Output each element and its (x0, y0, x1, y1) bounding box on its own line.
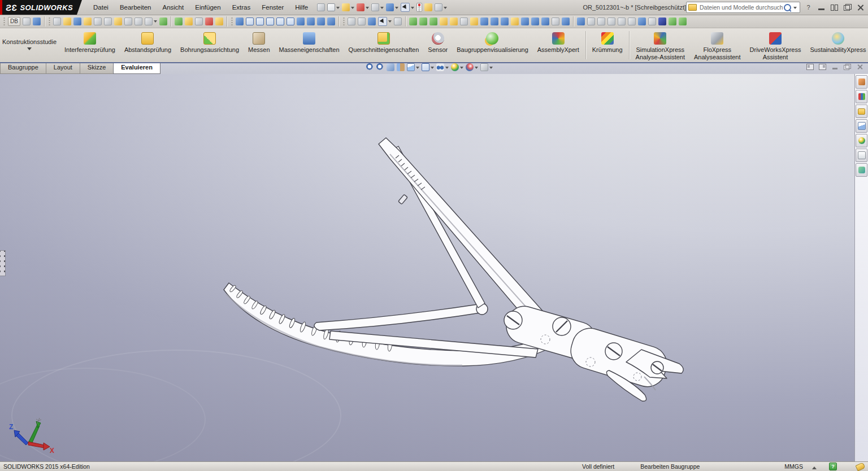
Bearbeiten[interactable]: Bearbeiten (114, 1, 157, 15)
print-icon[interactable] (371, 3, 379, 11)
view-dimetric-icon[interactable] (307, 18, 315, 25)
Ansicht[interactable]: Ansicht (157, 1, 190, 15)
compare-icon[interactable] (205, 18, 213, 25)
view-settings-icon[interactable] (466, 63, 474, 71)
view-trimetric-icon[interactable] (317, 18, 325, 25)
design-library-tab[interactable] (856, 90, 867, 103)
pane-left-icon[interactable] (806, 64, 814, 70)
restore-button[interactable] (843, 4, 852, 11)
open-icon[interactable] (342, 3, 350, 11)
interferenzpruefung-button[interactable]: Interferenzprüfung (60, 28, 120, 62)
featuremanager-collapsed-handle[interactable] (0, 250, 6, 276)
caret-icon[interactable] (431, 67, 434, 71)
camera-icon[interactable] (480, 63, 488, 71)
doc-restore-button[interactable] (844, 64, 851, 70)
hole-align-tool-icon[interactable] (597, 18, 605, 25)
target-icon[interactable] (521, 18, 529, 25)
mirror-icon[interactable] (145, 18, 153, 25)
ground2-icon[interactable] (679, 18, 687, 25)
caret-icon[interactable] (445, 67, 449, 71)
snapshot-icon[interactable] (648, 18, 656, 25)
quick-tips-icon[interactable]: ? (829, 463, 837, 470)
smart-fastener-icon[interactable] (409, 18, 417, 25)
ribbon-separator[interactable] (629, 31, 630, 59)
arrow-tool-icon[interactable] (552, 18, 559, 25)
tab-evaluieren[interactable]: Evaluieren (113, 62, 160, 74)
ribbon-separator[interactable] (585, 31, 586, 59)
zoom-fit-icon[interactable] (366, 63, 374, 71)
tab-layout[interactable]: Layout (46, 62, 80, 74)
floxpress-button[interactable]: FloXpress Analyseassistent (689, 28, 745, 62)
caret-icon[interactable] (411, 7, 414, 11)
chain-pattern-icon[interactable] (618, 18, 626, 25)
performance-icon[interactable] (94, 18, 102, 25)
minimize-button[interactable] (817, 4, 826, 11)
caret-icon[interactable] (444, 7, 447, 11)
pause-button[interactable] (830, 4, 839, 11)
anchor-view-icon[interactable] (236, 18, 244, 25)
toolbar-separator[interactable] (227, 16, 227, 27)
previous-view-icon[interactable] (387, 63, 394, 71)
component-icon[interactable] (429, 18, 437, 25)
simulationxpress-button[interactable]: SimulationXpress Analyse-Assistent (631, 28, 689, 62)
ground-icon[interactable] (669, 18, 676, 25)
doc-close-button[interactable] (856, 64, 863, 70)
filter-edges-icon[interactable] (358, 18, 366, 25)
toolbar-grip[interactable] (3, 17, 5, 26)
masseneigenschaften-button[interactable]: Masseneigenschaften (275, 28, 344, 62)
toolbar-grip[interactable] (343, 17, 345, 26)
caret-icon[interactable] (154, 20, 157, 24)
file-properties-icon[interactable] (424, 3, 432, 11)
close-button[interactable] (856, 4, 865, 11)
view-iso-icon[interactable] (297, 18, 305, 25)
custom-properties-tab[interactable] (856, 149, 867, 162)
eraser-pen-icon[interactable] (327, 18, 335, 25)
view-cube-back-icon[interactable] (256, 18, 264, 25)
konstruktionsstudie-button[interactable]: Konstruktionsstudie (2, 28, 57, 62)
options-icon[interactable] (435, 3, 442, 11)
select-cursor-icon[interactable] (401, 3, 410, 12)
sustainabilityxpress-button[interactable]: SustainabilityXpress (805, 28, 868, 62)
Extras[interactable]: Extras (227, 1, 257, 15)
Hilfe[interactable]: Hilfe (289, 1, 314, 15)
search-magnifier-icon[interactable] (784, 4, 791, 11)
clearance-tool-icon[interactable] (587, 18, 595, 25)
toolbar-separator[interactable] (405, 16, 406, 27)
point-icon[interactable] (480, 18, 488, 25)
pane-right-icon[interactable] (819, 64, 826, 70)
tab-skizze[interactable]: Skizze (80, 62, 114, 74)
u-joint-icon[interactable] (638, 18, 646, 25)
section-view-icon[interactable] (397, 63, 405, 71)
caret-icon[interactable] (489, 67, 493, 71)
measure-icon[interactable] (63, 18, 71, 25)
toolbar-grip[interactable] (49, 17, 50, 26)
apply-scene-icon[interactable] (451, 63, 459, 71)
view-orientation-icon[interactable] (407, 63, 415, 71)
toolbar-grip[interactable] (231, 17, 233, 26)
solidworks-resources-tab[interactable] (856, 75, 867, 89)
mass-properties-icon[interactable] (73, 18, 81, 25)
tab-baugruppe[interactable]: Baugruppe (0, 62, 46, 74)
units-caret-icon[interactable] (812, 464, 817, 469)
lasso-select-icon[interactable] (394, 18, 402, 25)
search-placeholder[interactable]: Dateien und Modelle durchsuchen (700, 4, 783, 11)
zoom-area-icon[interactable] (376, 63, 384, 71)
caret-icon[interactable] (366, 7, 369, 11)
driveworksxpress-button[interactable]: DriveWorksXpress Assistent (745, 28, 806, 62)
undo-icon[interactable] (386, 3, 394, 11)
rebuild-traffic-light-icon[interactable] (416, 3, 422, 12)
attachment-icon[interactable] (104, 18, 112, 25)
assembly-model[interactable] (0, 74, 868, 462)
insert-component-icon[interactable] (440, 18, 448, 25)
search-caret-icon[interactable] (793, 7, 797, 11)
caret-icon[interactable] (416, 67, 419, 71)
toolbar-separator[interactable] (338, 16, 339, 27)
filter-icon[interactable] (511, 18, 519, 25)
belt-chain-icon[interactable] (607, 18, 615, 25)
graphics-viewport[interactable]: Z X (0, 74, 868, 462)
sphere-tool-icon[interactable] (658, 18, 666, 25)
toolbar-separator[interactable] (171, 16, 171, 27)
spellcheck-icon[interactable] (53, 18, 61, 25)
zoom-tool-icon[interactable] (23, 18, 31, 25)
motion-study-icon[interactable] (185, 18, 193, 25)
